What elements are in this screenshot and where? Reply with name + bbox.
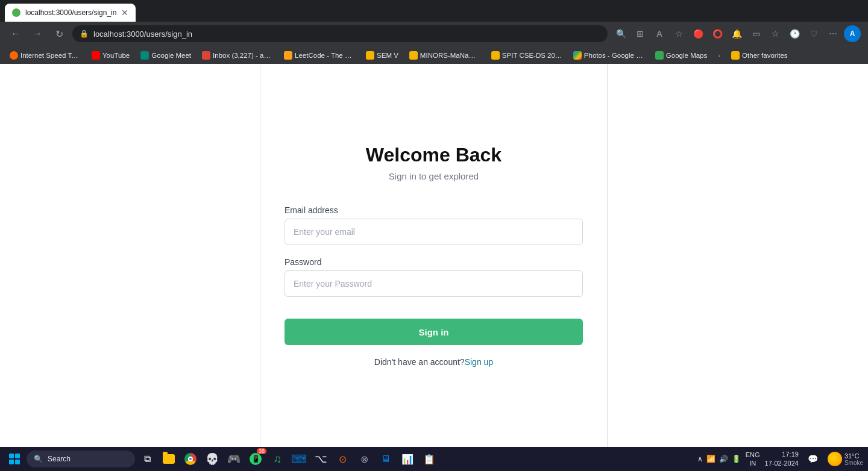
- task-view-icon[interactable]: ⧉: [137, 449, 157, 469]
- chrome-icon[interactable]: [181, 449, 200, 469]
- bookmark-photos[interactable]: Photos - Google Ph...: [568, 49, 649, 62]
- tab-bar: localhost:3000/users/sign_in ✕: [0, 0, 868, 22]
- bookmark-more[interactable]: ›: [713, 49, 725, 62]
- bookmark-inbox[interactable]: Inbox (3,227) - aary...: [197, 49, 278, 62]
- no-account-text: Didn't have an account?: [374, 357, 465, 367]
- github-icon[interactable]: ⌥: [311, 449, 330, 469]
- signin-button[interactable]: Sign in: [285, 319, 583, 345]
- weather-temp: 31°C: [844, 452, 863, 460]
- discord-icon[interactable]: 🎮: [224, 449, 244, 469]
- bookmark-favicon: [409, 51, 418, 60]
- bookmark-favicon: [140, 51, 149, 60]
- signup-link[interactable]: Sign up: [465, 357, 493, 367]
- bookmark-google-meet[interactable]: Google Meet: [136, 49, 196, 62]
- forward-button[interactable]: →: [29, 25, 46, 42]
- heart-icon[interactable]: ♡: [805, 25, 822, 42]
- bookmark-favicon: [366, 51, 374, 60]
- notification-center[interactable]: 💬: [804, 449, 823, 469]
- language-text: ENG: [746, 451, 760, 459]
- email-label: Email address: [285, 205, 583, 215]
- taskbar-search-box[interactable]: 🔍 Search: [27, 451, 135, 467]
- spotify-icon[interactable]: ♫: [268, 449, 287, 469]
- weather-icon: [828, 452, 842, 466]
- bookmark-favicon: [202, 51, 210, 60]
- volume-icon[interactable]: 🔊: [719, 455, 728, 463]
- bookmark-label: Other favorites: [742, 52, 787, 59]
- bookmark-label: Google Meet: [151, 52, 191, 59]
- taskbar-right: ∧ 📶 🔊 🔋 ENG IN 17:19 17-02-2024 💬 31°C S…: [697, 449, 863, 469]
- email-form-group: Email address: [285, 205, 583, 245]
- tab-favicon: [12, 8, 20, 17]
- battery-icon[interactable]: 🔋: [732, 455, 741, 463]
- bookmark-spit[interactable]: SPIT CSE-DS 2021-25: [486, 49, 567, 62]
- address-bar[interactable]: 🔒 localhost:3000/users/sign_in: [72, 25, 608, 42]
- reload-button[interactable]: ↻: [51, 25, 68, 42]
- weather-info: 31°C Smoke: [844, 452, 863, 466]
- bookmark-sem-v[interactable]: SEM V: [361, 49, 403, 62]
- bookmark-label: MINORS-MaNaGe...: [420, 52, 480, 59]
- password-input[interactable]: [285, 270, 583, 297]
- left-panel: [0, 64, 260, 447]
- bookmark-leetcode[interactable]: LeetCode - The Wo...: [279, 49, 360, 62]
- tab-close-button[interactable]: ✕: [121, 8, 128, 17]
- password-form-group: Password: [285, 257, 583, 297]
- bookmark-internet-speed[interactable]: Internet Speed Test...: [5, 49, 86, 62]
- browser-toolbar: ← → ↻ 🔒 localhost:3000/users/sign_in 🔍 ⊞…: [0, 22, 868, 46]
- bookmark-label: YouTube: [102, 52, 130, 59]
- more-icon[interactable]: ⋯: [825, 25, 841, 42]
- bookmarks-bar: Internet Speed Test... YouTube Google Me…: [0, 46, 868, 64]
- network-icon[interactable]: 📶: [706, 455, 715, 463]
- taskbar: 🔍 Search ⧉ 💀 🎮 📱 38 ♫ ⌨ ⌥ ⊙ ⊗ 🖥 📊 📋 ∧ 📶 …: [0, 447, 868, 471]
- language-indicator[interactable]: ENG IN: [746, 451, 760, 468]
- start-button[interactable]: [5, 449, 24, 469]
- weather-condition: Smoke: [844, 460, 863, 466]
- email-input[interactable]: [285, 219, 583, 245]
- date-display: 17-02-2024: [765, 459, 799, 468]
- vscode-icon[interactable]: ⌨: [289, 449, 309, 469]
- split-view-icon[interactable]: ▭: [747, 25, 764, 42]
- toolbar-icons: 🔍 ⊞ A ☆ 🔴 ⭕ 🔔 ▭ ☆ 🕐 ♡ ⋯ A: [612, 25, 861, 42]
- bookmark-favicon: [573, 51, 582, 60]
- login-panel: Welcome Back Sign in to get explored Ema…: [260, 64, 608, 447]
- back-button[interactable]: ←: [7, 25, 24, 42]
- extension1-icon[interactable]: 🔴: [690, 25, 706, 42]
- file-explorer-icon[interactable]: [159, 449, 178, 469]
- bookmark-label: SEM V: [377, 52, 398, 59]
- bookmark-youtube[interactable]: YouTube: [87, 49, 134, 62]
- history-icon[interactable]: 🕐: [786, 25, 803, 42]
- favorites-icon[interactable]: ☆: [767, 25, 784, 42]
- extension3-icon[interactable]: 🔔: [728, 25, 745, 42]
- bookmark-favicon: [655, 51, 664, 60]
- bookmark-maps[interactable]: Google Maps: [650, 49, 712, 62]
- star-icon[interactable]: ☆: [670, 25, 687, 42]
- taskbar-clock[interactable]: 17:19 17-02-2024: [765, 450, 799, 469]
- time-display: 17:19: [765, 450, 799, 459]
- extension2-icon[interactable]: ⭕: [709, 25, 726, 42]
- app-icon-13[interactable]: 📋: [420, 449, 439, 469]
- bookmark-label: Inbox (3,227) - aary...: [213, 52, 273, 59]
- login-container: Welcome Back Sign in to get explored Ema…: [285, 144, 583, 367]
- skull-icon[interactable]: 💀: [203, 449, 222, 469]
- bookmark-label: LeetCode - The Wo...: [295, 52, 355, 59]
- signup-prompt: Didn't have an account?Sign up: [374, 357, 493, 367]
- right-panel: [608, 64, 868, 447]
- bookmark-favicon: [731, 51, 740, 60]
- bookmark-minors[interactable]: MINORS-MaNaGe...: [404, 49, 485, 62]
- app-icon-11[interactable]: 🖥: [376, 449, 395, 469]
- windows-icon: [9, 454, 20, 464]
- tab-grid-icon[interactable]: ⊞: [632, 25, 649, 42]
- app-icon-9[interactable]: ⊙: [333, 449, 352, 469]
- bookmark-label: SPIT CSE-DS 2021-25: [502, 52, 562, 59]
- bookmark-other-favorites[interactable]: Other favorites: [726, 49, 792, 62]
- app-icon-10[interactable]: ⊗: [354, 449, 374, 469]
- search-toolbar-icon[interactable]: 🔍: [612, 25, 629, 42]
- tray-icon-1[interactable]: ∧: [697, 455, 703, 463]
- whatsapp-icon[interactable]: 📱 38: [246, 449, 265, 469]
- profile-icon[interactable]: A: [844, 25, 861, 42]
- bookmark-label: Photos - Google Ph...: [584, 52, 644, 59]
- app-icon-12[interactable]: 📊: [398, 449, 417, 469]
- active-tab[interactable]: localhost:3000/users/sign_in ✕: [5, 4, 136, 22]
- tab-label: localhost:3000/users/sign_in: [25, 8, 116, 17]
- font-icon[interactable]: A: [651, 25, 668, 42]
- weather-widget[interactable]: 31°C Smoke: [828, 452, 863, 466]
